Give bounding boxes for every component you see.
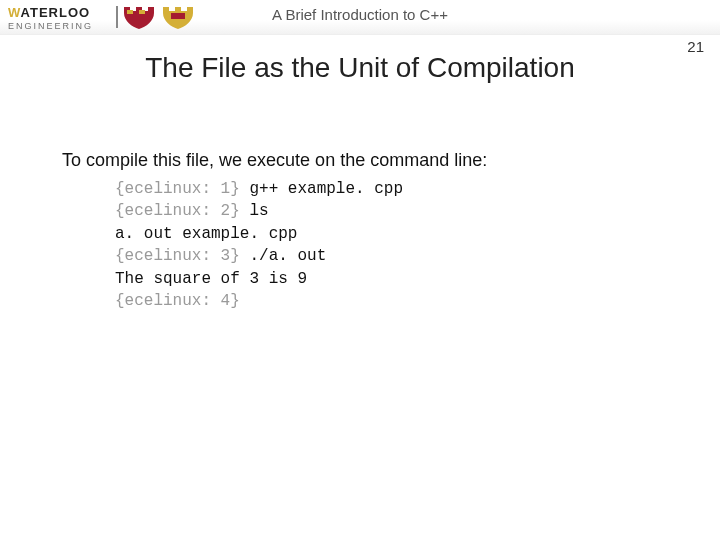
slide-header: WATERLOO ENGINEERING A Brief Introductio… xyxy=(0,0,720,35)
slide-title: The File as the Unit of Compilation xyxy=(145,52,575,84)
svg-text:WATERLOO: WATERLOO xyxy=(8,5,90,20)
terminal-line: {ecelinux: 1} g++ example. cpp xyxy=(115,178,403,200)
intro-text: To compile this file, we execute on the … xyxy=(62,150,487,171)
logo-subtitle: ENGINEERING xyxy=(8,21,93,31)
terminal-line: The square of 3 is 9 xyxy=(115,268,403,290)
terminal-block: {ecelinux: 1} g++ example. cpp {ecelinux… xyxy=(115,178,403,312)
document-title: A Brief Introduction to C++ xyxy=(272,6,448,23)
svg-rect-1 xyxy=(116,6,118,28)
terminal-line: {ecelinux: 3} ./a. out xyxy=(115,245,403,267)
terminal-line: {ecelinux: 4} xyxy=(115,290,403,312)
terminal-line: {ecelinux: 2} ls xyxy=(115,200,403,222)
terminal-line: a. out example. cpp xyxy=(115,223,403,245)
svg-rect-2 xyxy=(171,13,185,19)
waterloo-engineering-logo: WATERLOO ENGINEERING xyxy=(8,4,198,32)
page-number: 21 xyxy=(687,38,704,55)
university-logo: WATERLOO ENGINEERING xyxy=(8,4,198,32)
